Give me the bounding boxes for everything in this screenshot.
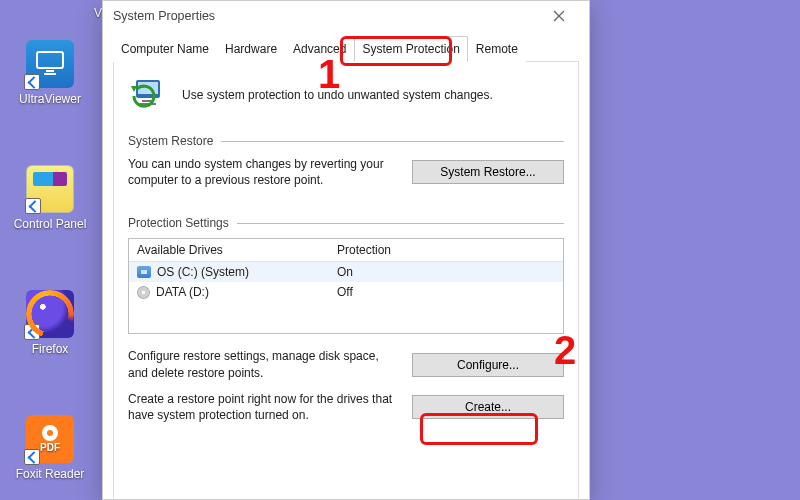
svg-rect-0 <box>37 52 63 68</box>
system-restore-desc: You can undo system changes by reverting… <box>128 156 398 188</box>
desktop-icon-foxit-reader[interactable]: PDF Foxit Reader <box>10 415 90 481</box>
tab-computer-name[interactable]: Computer Name <box>113 36 217 62</box>
close-button[interactable] <box>539 1 579 31</box>
window-title: System Properties <box>113 9 215 23</box>
drives-header: Available Drives Protection <box>129 239 563 262</box>
system-properties-dialog: System Properties Computer Name Hardware… <box>102 0 590 500</box>
desktop-icon-control-panel[interactable]: Control Panel <box>10 165 90 231</box>
drive-row[interactable]: DATA (D:) Off <box>129 282 563 302</box>
foxit-pdf-icon: PDF <box>26 415 74 463</box>
disc-icon <box>137 286 150 299</box>
legend-system-restore: System Restore <box>128 134 213 148</box>
monitor-icon <box>26 40 74 88</box>
svg-rect-1 <box>46 70 54 72</box>
desktop-icon-label: Foxit Reader <box>10 467 90 481</box>
hidden-desktop-fragment: V <box>94 6 102 20</box>
firefox-icon <box>26 290 74 338</box>
intro-text: Use system protection to undo unwanted s… <box>182 88 493 102</box>
drive-status: Off <box>329 282 563 302</box>
hdd-icon <box>137 266 151 278</box>
shortcut-badge-icon <box>24 74 40 90</box>
configure-button[interactable]: Configure... <box>412 353 564 377</box>
create-button[interactable]: Create... <box>412 395 564 419</box>
system-restore-button[interactable]: System Restore... <box>412 160 564 184</box>
desktop-icon-ultraviewer[interactable]: UltraViewer <box>10 40 90 106</box>
desktop-icon-firefox[interactable]: Firefox <box>10 290 90 356</box>
col-protection[interactable]: Protection <box>329 239 563 261</box>
drives-listview[interactable]: Available Drives Protection OS (C:) (Sys… <box>128 238 564 334</box>
svg-text:PDF: PDF <box>40 442 60 453</box>
create-desc: Create a restore point right now for the… <box>128 391 398 423</box>
control-panel-icon <box>26 165 74 213</box>
desktop-icon-label: Firefox <box>10 342 90 356</box>
desktop-icon-label: Control Panel <box>10 217 90 231</box>
tab-advanced[interactable]: Advanced <box>285 36 354 62</box>
system-restore-icon <box>128 76 170 114</box>
shortcut-badge-icon <box>25 198 41 214</box>
shortcut-badge-icon <box>24 324 40 340</box>
titlebar[interactable]: System Properties <box>103 1 589 31</box>
drive-name: OS (C:) (System) <box>157 265 249 279</box>
drive-status: On <box>329 262 563 282</box>
tab-hardware[interactable]: Hardware <box>217 36 285 62</box>
configure-desc: Configure restore settings, manage disk … <box>128 348 398 380</box>
tab-remote[interactable]: Remote <box>468 36 526 62</box>
fieldset-protection-settings: Protection Settings Available Drives Pro… <box>128 216 564 423</box>
drive-row[interactable]: OS (C:) (System) On <box>129 262 563 282</box>
col-available-drives[interactable]: Available Drives <box>129 239 329 261</box>
svg-point-4 <box>47 430 53 436</box>
shortcut-badge-icon <box>24 449 40 465</box>
svg-rect-2 <box>44 73 56 75</box>
tab-strip: Computer Name Hardware Advanced System P… <box>113 35 579 62</box>
tab-system-protection[interactable]: System Protection <box>354 36 467 62</box>
fieldset-system-restore: System Restore You can undo system chang… <box>128 134 564 188</box>
close-icon <box>553 10 565 22</box>
drive-name: DATA (D:) <box>156 285 209 299</box>
desktop-icon-label: UltraViewer <box>10 92 90 106</box>
legend-protection-settings: Protection Settings <box>128 216 229 230</box>
tab-panel-system-protection: Use system protection to undo unwanted s… <box>113 62 579 500</box>
